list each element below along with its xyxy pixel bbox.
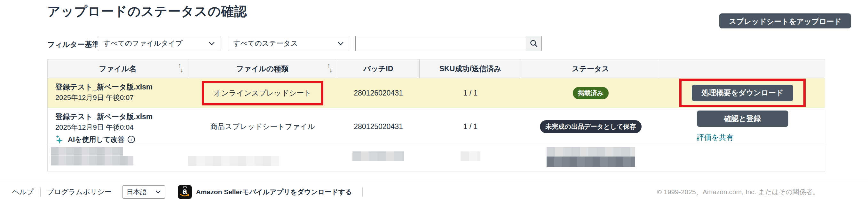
annotation-box-download-button: 処理概要をダウンロード — [679, 78, 805, 107]
redacted-batch-id — [352, 151, 404, 161]
status-select-value: すべてのステータス — [233, 39, 298, 48]
ai-sparkle-icon — [55, 135, 65, 144]
page-title: アップロードのステータスの確認 — [47, 3, 247, 20]
batch-id-value: 280125020431 — [337, 108, 420, 145]
search-box — [355, 36, 542, 51]
upload-status-table: ファイル名 ↑↓ ファイルの種類 ↑↓ バッチID SKU成功/送信済み ステー… — [47, 59, 825, 172]
header-actions — [660, 60, 825, 78]
share-feedback-link[interactable]: 評価を共有 — [697, 133, 734, 142]
amazon-smile-icon — [180, 194, 190, 198]
footer: ヘルプ プログラムポリシー 日本語 a Amazon Sellerモバイルアプリ… — [0, 179, 868, 207]
download-processing-summary-button[interactable]: 処理概要をダウンロード — [692, 85, 793, 101]
language-select-value: 日本語 — [127, 187, 147, 197]
sort-file-type-icon[interactable]: ↑↓ — [327, 64, 332, 73]
upload-date: 2025年12月9日 午後0:07 — [55, 93, 134, 103]
improve-with-ai-label: AIを使用して改善 — [68, 135, 125, 144]
file-type-value: 商品スプレッドシートファイル — [188, 108, 337, 145]
improve-with-ai-link[interactable]: AIを使用して改善 i — [55, 135, 135, 144]
redacted-upload-date — [51, 156, 133, 166]
sort-file-name-icon[interactable]: ↑↓ — [178, 64, 183, 73]
footer-divider — [362, 187, 363, 197]
search-button[interactable] — [526, 36, 542, 51]
batch-id-value: 280126020431 — [337, 78, 420, 108]
copyright-text: © 1999-2025、Amazon.com, Inc. またはその関係者。 — [657, 187, 819, 197]
header-status: ステータス — [521, 60, 660, 78]
language-select[interactable]: 日本語 — [123, 185, 165, 199]
amazon-seller-app-icon: a — [178, 185, 192, 199]
file-name: 登録テスト_新ベータ版.xlsm — [55, 82, 153, 92]
annotation-box-file-type: オンラインスプレッドシート — [202, 81, 323, 105]
redacted-sku — [461, 151, 480, 161]
status-badge: 未完成の出品データとして保存 — [540, 120, 642, 133]
file-type-select-value: すべてのファイルタイプ — [103, 39, 183, 48]
search-icon — [529, 39, 538, 48]
file-type-select[interactable]: すべてのファイルタイプ — [98, 36, 220, 51]
sku-value: 1 / 1 — [420, 108, 521, 145]
header-sku: SKU成功/送信済み — [420, 60, 521, 78]
upload-date: 2025年12月9日 午後0:04 — [55, 123, 134, 132]
page: アップロードのステータスの確認 スプレッドシートをアップロード フィルター基準：… — [0, 0, 868, 207]
search-input[interactable] — [355, 36, 526, 51]
header-batch-id: バッチID — [337, 60, 420, 78]
chevron-down-icon — [337, 41, 344, 45]
file-name: 登録テスト_新ベータ版.xlsm — [55, 112, 153, 122]
app-download-link[interactable]: Amazon Sellerモバイルアプリをダウンロードする — [196, 187, 352, 197]
redacted-status — [547, 147, 635, 157]
redacted-status-dark — [547, 157, 635, 167]
header-file-type: ファイルの種類 ↑↓ — [188, 60, 337, 78]
sku-value: 1 / 1 — [420, 78, 521, 108]
table-row-redacted — [48, 145, 825, 172]
chevron-down-icon — [155, 190, 161, 194]
upload-spreadsheet-button[interactable]: スプレッドシートをアップロード — [719, 13, 851, 28]
confirm-and-register-button[interactable]: 確認と登録 — [697, 110, 788, 127]
footer-program-policies-link[interactable]: プログラムポリシー — [47, 187, 112, 197]
file-type-value: オンラインスプレッドシート — [214, 88, 311, 98]
info-icon[interactable]: i — [128, 136, 135, 143]
bag-handle-icon — [183, 186, 187, 188]
table-header-row: ファイル名 ↑↓ ファイルの種類 ↑↓ バッチID SKU成功/送信済み ステー… — [48, 60, 825, 78]
chevron-down-icon — [209, 41, 215, 45]
footer-divider — [40, 187, 41, 197]
redacted-file-name — [51, 147, 123, 156]
footer-help-link[interactable]: ヘルプ — [12, 187, 34, 197]
header-file-name: ファイル名 ↑↓ — [48, 60, 188, 78]
table-row: 登録テスト_新ベータ版.xlsm 2025年12月9日 午後0:04 AIを使用… — [48, 108, 825, 145]
status-badge: 掲載済み — [573, 87, 609, 99]
table-row: 登録テスト_新ベータ版.xlsm 2025年12月9日 午後0:07 オンライン… — [48, 78, 825, 108]
status-select[interactable]: すべてのステータス — [228, 36, 349, 51]
redacted-file-type — [188, 156, 279, 166]
